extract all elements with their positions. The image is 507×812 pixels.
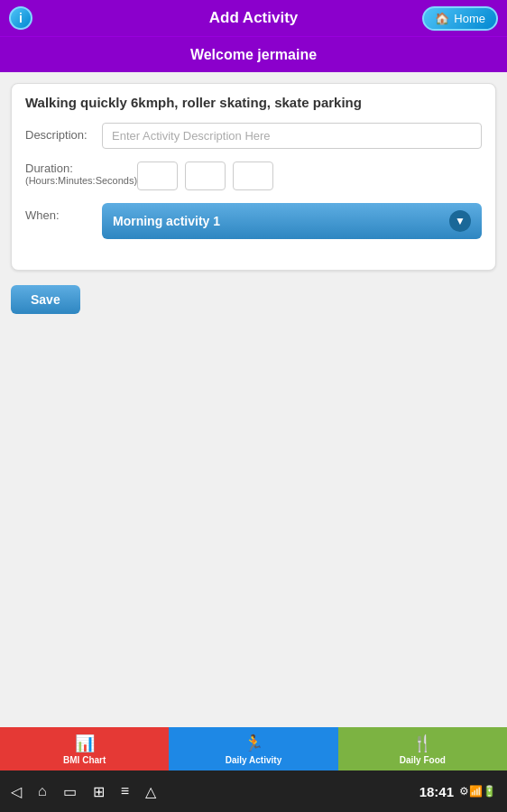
daily-food-label: Daily Food — [400, 755, 446, 765]
save-button[interactable]: Save — [11, 285, 80, 314]
welcome-bar: Welcome jermaine — [0, 36, 507, 72]
daily-activity-label: Daily Activity — [226, 755, 281, 765]
system-status: 18:41 ⚙📶🔋 — [419, 784, 496, 799]
home-button[interactable]: 🏠 Home — [422, 6, 498, 31]
daily-food-icon: 🍴 — [412, 734, 432, 753]
system-nav: ◁ ⌂ ▭ ⊞ ≡ △ — [11, 783, 156, 800]
when-label: When: — [25, 203, 102, 222]
back-icon[interactable]: ◁ — [11, 783, 22, 800]
up-icon[interactable]: △ — [145, 783, 156, 800]
page-title: Add Activity — [209, 9, 299, 27]
main-content: Walking quickly 6kmph, roller skating, s… — [0, 72, 507, 325]
description-label: Description: — [25, 123, 102, 142]
minutes-input[interactable] — [185, 161, 226, 190]
hours-input[interactable] — [137, 161, 178, 190]
system-time: 18:41 — [419, 784, 454, 799]
welcome-text: Welcome jermaine — [190, 47, 317, 63]
bmi-icon: 📊 — [75, 734, 95, 753]
duration-sub-label: (Hours:Minutes:Seconds) — [25, 175, 137, 186]
info-icon[interactable]: i — [9, 6, 32, 30]
activity-title: Walking quickly 6kmph, roller skating, s… — [25, 95, 482, 110]
when-value: Morning activity 1 — [113, 214, 220, 228]
seconds-input[interactable] — [233, 161, 273, 190]
status-icons: ⚙📶🔋 — [459, 785, 496, 798]
duration-label: Duration: — [25, 161, 137, 175]
recents-icon[interactable]: ▭ — [63, 783, 77, 800]
screenshot-icon[interactable]: ⊞ — [93, 783, 105, 800]
when-dropdown[interactable]: Morning activity 1 ▼ — [102, 203, 482, 239]
daily-activity-icon: 🏃 — [244, 734, 263, 753]
when-row: When: Morning activity 1 ▼ — [25, 203, 482, 239]
home-sys-icon[interactable]: ⌂ — [38, 783, 47, 799]
bmi-label: BMI Chart — [63, 755, 106, 765]
chevron-down-icon: ▼ — [449, 210, 471, 232]
nav-item-daily-activity[interactable]: 🏃 Daily Activity — [169, 727, 337, 770]
duration-row: Duration: (Hours:Minutes:Seconds) — [25, 161, 482, 190]
nav-item-bmi[interactable]: 📊 BMI Chart — [0, 727, 169, 770]
home-icon: 🏠 — [435, 12, 449, 25]
bottom-nav: 📊 BMI Chart 🏃 Daily Activity 🍴 Daily Foo… — [0, 727, 507, 770]
duration-inputs — [137, 161, 482, 190]
activity-card: Walking quickly 6kmph, roller skating, s… — [11, 83, 496, 271]
description-input[interactable] — [102, 123, 482, 149]
description-row: Description: — [25, 123, 482, 149]
system-bar: ◁ ⌂ ▭ ⊞ ≡ △ 18:41 ⚙📶🔋 — [0, 770, 507, 812]
duration-label-block: Duration: (Hours:Minutes:Seconds) — [25, 161, 137, 186]
nav-item-daily-food[interactable]: 🍴 Daily Food — [338, 727, 507, 770]
top-bar: i Add Activity 🏠 Home — [0, 0, 507, 36]
menu-icon[interactable]: ≡ — [121, 783, 129, 799]
